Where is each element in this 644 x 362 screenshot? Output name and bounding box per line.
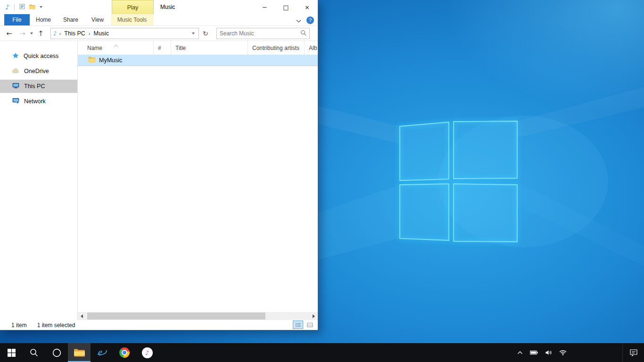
column-header-name[interactable]: Name xyxy=(78,41,154,55)
sidebar-item-quick-access[interactable]: Quick access xyxy=(0,49,77,63)
tab-view[interactable]: View xyxy=(84,14,111,25)
action-center-button[interactable] xyxy=(622,343,644,362)
minimize-button[interactable]: − xyxy=(254,0,275,14)
contextual-tab-play[interactable]: Play xyxy=(112,0,154,14)
up-button[interactable]: ↑ xyxy=(35,29,46,38)
window-title: Music xyxy=(160,0,175,14)
ribbon-right-controls: ? xyxy=(296,14,314,26)
breadcrumb-this-pc[interactable]: This PC xyxy=(63,30,86,37)
taskbar-chrome-button[interactable] xyxy=(113,343,136,362)
file-list-pane: Name # Title Contributing artists Alb My… xyxy=(78,41,318,320)
sidebar-item-this-pc[interactable]: This PC xyxy=(0,80,77,93)
network-icon xyxy=(12,98,19,105)
recent-locations-chevron-icon[interactable] xyxy=(30,33,33,34)
search-icon[interactable] xyxy=(300,29,306,38)
view-toggle-buttons xyxy=(293,321,315,329)
search-icon xyxy=(30,348,38,357)
cortana-button[interactable] xyxy=(45,343,68,362)
new-folder-icon[interactable] xyxy=(29,3,35,11)
sidebar-item-label: OneDrive xyxy=(24,68,49,74)
tab-home[interactable]: Home xyxy=(30,14,57,25)
scroll-left-icon[interactable] xyxy=(78,312,86,320)
tab-share[interactable]: Share xyxy=(57,14,84,25)
breadcrumb-music[interactable]: Music xyxy=(92,30,110,37)
tab-music-tools[interactable]: Music Tools xyxy=(111,14,153,25)
ribbon-tabs: File Home Share View Music Tools ? xyxy=(0,14,318,26)
navigation-pane: Quick access OneDrive This PC Network xyxy=(0,41,78,320)
titlebar[interactable]: ♪ Play Music − □ × xyxy=(0,0,318,14)
horizontal-scrollbar[interactable] xyxy=(78,312,318,320)
column-header-contributing-artists[interactable]: Contributing artists xyxy=(248,41,305,55)
column-label: Name xyxy=(87,45,102,51)
column-header-number[interactable]: # xyxy=(154,41,171,55)
search-input[interactable] xyxy=(220,30,298,37)
taskbar: e ♪ xyxy=(0,343,644,362)
file-explorer-icon xyxy=(74,348,85,357)
taskbar-internet-explorer-button[interactable]: e xyxy=(91,343,113,362)
sidebar-item-label: Network xyxy=(24,98,46,105)
forward-button[interactable]: → xyxy=(17,29,28,38)
cortana-circle-icon xyxy=(52,348,61,357)
svg-text:e: e xyxy=(98,347,102,357)
column-label: Title xyxy=(175,45,186,51)
back-button[interactable]: ← xyxy=(4,29,15,38)
show-hidden-icons-chevron-icon[interactable] xyxy=(517,351,523,354)
status-bar: 1 item 1 item selected xyxy=(0,320,318,330)
music-app-icon: ♪ xyxy=(142,347,153,358)
tab-file[interactable]: File xyxy=(4,14,30,25)
onedrive-cloud-icon xyxy=(12,68,19,74)
taskbar-file-explorer-button[interactable] xyxy=(68,343,91,362)
sidebar-item-label: Quick access xyxy=(24,53,58,59)
properties-icon[interactable] xyxy=(19,3,25,11)
volume-icon[interactable] xyxy=(545,349,552,356)
file-explorer-window: ♪ Play Music − □ × File Home Shar xyxy=(0,0,318,330)
column-label: # xyxy=(158,45,161,51)
toolbar-separator xyxy=(14,4,15,10)
scrollbar-track[interactable] xyxy=(86,312,310,320)
column-headers: Name # Title Contributing artists Alb xyxy=(78,41,318,55)
wifi-icon[interactable] xyxy=(559,350,567,356)
scroll-right-icon[interactable] xyxy=(310,312,318,320)
window-controls: − □ × xyxy=(254,0,318,14)
empty-file-area xyxy=(78,66,318,312)
sidebar-item-onedrive[interactable]: OneDrive xyxy=(0,65,77,78)
column-header-album[interactable]: Alb xyxy=(305,41,318,55)
action-center-icon xyxy=(629,349,638,356)
chrome-icon xyxy=(119,347,130,358)
window-body: Quick access OneDrive This PC Network xyxy=(0,41,318,320)
refresh-button[interactable]: ↻ xyxy=(201,30,210,37)
computer-icon xyxy=(12,82,19,90)
start-button[interactable] xyxy=(0,343,23,362)
customize-toolbar-chevron-icon[interactable] xyxy=(40,6,42,8)
details-view-button[interactable] xyxy=(293,321,303,329)
large-icons-view-button[interactable] xyxy=(305,321,315,329)
navigation-bar: ← → ↑ ♪ › This PC › Music ↻ xyxy=(0,26,318,41)
windows-logo-icon xyxy=(8,349,16,357)
column-header-title[interactable]: Title xyxy=(171,41,248,55)
close-button[interactable]: × xyxy=(297,0,318,14)
internet-explorer-icon: e xyxy=(96,347,107,358)
scrollbar-thumb[interactable] xyxy=(87,313,265,320)
file-row-mymusic[interactable]: MyMusic xyxy=(78,55,318,66)
help-icon[interactable]: ? xyxy=(306,16,314,24)
desktop: ♪ Play Music − □ × File Home Shar xyxy=(0,0,644,362)
sidebar-item-label: This PC xyxy=(24,83,45,90)
folder-icon xyxy=(88,57,96,64)
star-icon xyxy=(12,52,19,60)
expand-ribbon-chevron-icon[interactable] xyxy=(296,16,301,25)
taskbar-search-button[interactable] xyxy=(23,343,45,362)
column-label: Alb xyxy=(309,45,317,51)
address-bar[interactable]: ♪ › This PC › Music xyxy=(50,28,199,39)
address-dropdown-chevron-icon[interactable] xyxy=(192,33,195,34)
location-music-icon: ♪ xyxy=(53,30,57,37)
system-tray xyxy=(517,343,567,362)
maximize-button[interactable]: □ xyxy=(275,0,297,14)
search-box xyxy=(216,28,310,39)
taskbar-music-app-button[interactable]: ♪ xyxy=(136,343,158,362)
sort-ascending-icon xyxy=(114,42,118,49)
breadcrumb-separator: › xyxy=(59,31,61,36)
battery-icon[interactable] xyxy=(530,350,538,355)
file-name: MyMusic xyxy=(99,57,122,64)
item-count: 1 item xyxy=(11,322,27,329)
sidebar-item-network[interactable]: Network xyxy=(0,95,77,108)
